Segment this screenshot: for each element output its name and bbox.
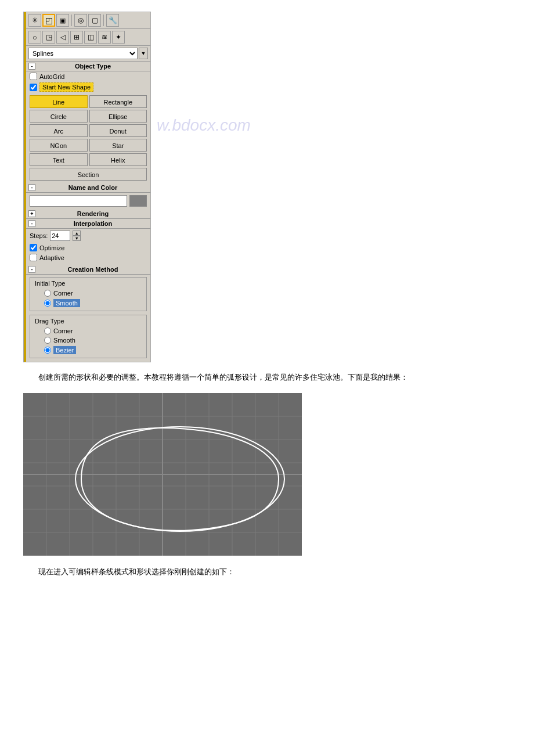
toolbar-btn-grid[interactable]: ▣ xyxy=(56,14,69,27)
toolbar-btn-corner[interactable]: ◳ xyxy=(42,31,55,44)
btn-text[interactable]: Text xyxy=(30,153,88,166)
initial-corner-radio[interactable] xyxy=(44,290,51,297)
viewport xyxy=(23,393,302,556)
steps-row: Steps: ▲ ▼ xyxy=(26,229,150,243)
start-new-shape-row: Start New Shape xyxy=(26,81,150,93)
creation-method-title: Creation Method xyxy=(38,266,148,273)
splines-select[interactable]: Splines Extended Splines NURBS Curves xyxy=(28,48,138,59)
toolbar-sep-1 xyxy=(71,15,72,26)
panel-content: ✳ ◰ ▣ ◎ ▢ 🔧 ○ ◳ ◁ ⊞ ◫ ≋ ✦ xyxy=(26,12,150,362)
object-type-toggle[interactable]: - xyxy=(28,63,35,70)
name-input[interactable] xyxy=(30,195,127,207)
toolbar-btn-rect2[interactable]: ◫ xyxy=(84,31,97,44)
drag-bezier-label: Bezier xyxy=(53,346,76,354)
drag-type-label: Drag Type xyxy=(35,318,142,325)
start-new-shape-label: Start New Shape xyxy=(39,82,93,92)
drag-type-group: Drag Type Corner Smooth Bezier xyxy=(26,312,150,362)
watermark: w.bdocx.com xyxy=(157,116,251,135)
adaptive-checkbox[interactable] xyxy=(30,254,37,261)
btn-section[interactable]: Section xyxy=(30,168,147,181)
toolbar-sep-2 xyxy=(103,15,104,26)
toolbar-btn-wrench[interactable]: 🔧 xyxy=(106,14,119,27)
splines-dropdown-row: Splines Extended Splines NURBS Curves ▼ xyxy=(26,46,150,62)
name-color-header: - Name and Color xyxy=(26,183,150,193)
toolbar-btn-square[interactable]: ▢ xyxy=(88,14,101,27)
initial-smooth-radio[interactable] xyxy=(44,300,51,307)
spin-up[interactable]: ▲ xyxy=(73,231,81,236)
drag-corner-radio[interactable] xyxy=(44,327,51,334)
btn-ellipse[interactable]: Ellipse xyxy=(89,110,147,123)
rendering-header: + Rendering xyxy=(26,209,150,219)
rendering-toggle[interactable]: + xyxy=(28,210,35,217)
btn-arc[interactable]: Arc xyxy=(30,124,88,137)
toolbar-row-1: ✳ ◰ ▣ ◎ ▢ 🔧 xyxy=(26,12,150,29)
optimize-checkbox[interactable] xyxy=(30,244,37,251)
grid-svg xyxy=(23,393,302,556)
initial-type-label: Initial Type xyxy=(35,280,142,287)
steps-input[interactable] xyxy=(50,231,70,241)
toolbar-btn-circle[interactable]: ◎ xyxy=(74,14,87,27)
btn-donut[interactable]: Donut xyxy=(89,124,147,137)
drag-bezier-radio[interactable] xyxy=(44,347,51,354)
drag-corner-label: Corner xyxy=(53,327,73,334)
initial-type-box: Initial Type Corner Smooth xyxy=(30,277,147,311)
rendering-title: Rendering xyxy=(38,210,148,217)
drag-smooth-radio[interactable] xyxy=(44,337,51,344)
adaptive-row: Adaptive xyxy=(26,253,150,262)
spin-down[interactable]: ▼ xyxy=(73,236,81,241)
dropdown-arrow[interactable]: ▼ xyxy=(139,48,148,59)
btn-line[interactable]: Line xyxy=(30,95,88,108)
toolbar-btn-star[interactable]: ✦ xyxy=(112,31,125,44)
btn-helix[interactable]: Helix xyxy=(89,153,147,166)
object-buttons-grid: Line Rectangle Circle Ellipse Arc Donut … xyxy=(26,93,150,183)
name-color-row xyxy=(26,193,150,209)
creation-method-header: - Creation Method xyxy=(26,265,150,275)
object-type-title: Object Type xyxy=(38,63,148,70)
initial-type-group: Initial Type Corner Smooth xyxy=(26,275,150,312)
toolbar-btn-wave[interactable]: ≋ xyxy=(98,31,111,44)
adaptive-label: Adaptive xyxy=(39,254,64,261)
desc-text-1: 创建所需的形状和必要的调整。本教程将遵循一个简单的弧形设计，是常见的许多住宅泳池… xyxy=(23,372,408,384)
toolbar-btn-asterisk[interactable]: ✳ xyxy=(28,14,41,27)
name-color-toggle[interactable]: - xyxy=(28,184,35,191)
object-type-header: - Object Type xyxy=(26,62,150,71)
optimize-label: Optimize xyxy=(39,244,64,251)
drag-corner-row: Corner xyxy=(35,326,142,336)
steps-spinner: ▲ ▼ xyxy=(73,231,81,241)
drag-type-box: Drag Type Corner Smooth Bezier xyxy=(30,315,147,358)
btn-rectangle[interactable]: Rectangle xyxy=(89,95,147,108)
desc-text-2: 现在进入可编辑样条线模式和形状选择你刚刚创建的如下： xyxy=(23,566,234,578)
toolbar-btn-triangle[interactable]: ◁ xyxy=(56,31,69,44)
initial-corner-row: Corner xyxy=(35,289,142,298)
toolbar-btn-edit[interactable]: ◰ xyxy=(42,14,55,27)
drag-smooth-row: Smooth xyxy=(35,336,142,345)
btn-ngon[interactable]: NGon xyxy=(30,139,88,152)
steps-label: Steps: xyxy=(30,232,48,239)
btn-star[interactable]: Star xyxy=(89,139,147,152)
interpolation-title: Interpolation xyxy=(38,220,148,227)
toolbar-row-2: ○ ◳ ◁ ⊞ ◫ ≋ ✦ xyxy=(26,29,150,46)
initial-corner-label: Corner xyxy=(53,290,73,297)
autogrid-label: AutoGrid xyxy=(39,73,64,80)
name-color-title: Name and Color xyxy=(38,184,148,191)
start-new-shape-checkbox[interactable] xyxy=(30,84,37,91)
drag-bezier-row: Bezier xyxy=(35,345,142,355)
interpolation-header: - Interpolation xyxy=(26,219,150,229)
initial-smooth-row: Smooth xyxy=(35,298,142,308)
btn-circle[interactable]: Circle xyxy=(30,110,88,123)
initial-smooth-label: Smooth xyxy=(53,299,80,307)
optimize-row: Optimize xyxy=(26,243,150,253)
creation-method-toggle[interactable]: - xyxy=(28,266,35,273)
toolbar-btn-oval[interactable]: ○ xyxy=(28,31,41,44)
main-panel: ✳ ◰ ▣ ◎ ▢ 🔧 ○ ◳ ◁ ⊞ ◫ ≋ ✦ xyxy=(23,12,151,362)
color-swatch[interactable] xyxy=(129,195,147,207)
drag-smooth-label: Smooth xyxy=(53,337,75,344)
autogrid-checkbox[interactable] xyxy=(30,73,37,80)
autogrid-row: AutoGrid xyxy=(26,71,150,81)
toolbar-btn-plus[interactable]: ⊞ xyxy=(70,31,83,44)
interpolation-toggle[interactable]: - xyxy=(28,220,35,227)
